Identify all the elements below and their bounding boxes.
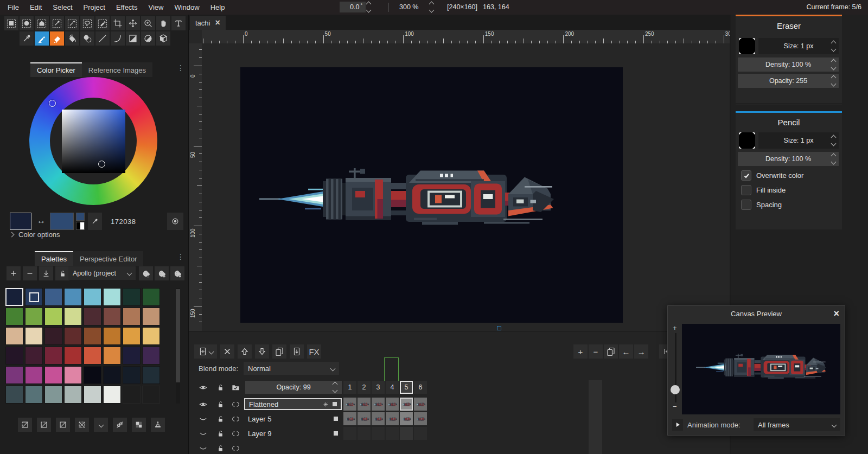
drawing-canvas[interactable] xyxy=(240,67,623,323)
cel[interactable] xyxy=(400,398,413,411)
menu-item-select[interactable]: Select xyxy=(47,3,78,11)
palette-panel-menu-icon[interactable]: ⋮ xyxy=(177,252,184,261)
layer-name-layer9[interactable]: Layer 9 xyxy=(244,427,342,439)
rectangle-button[interactable] xyxy=(126,31,140,46)
cel[interactable] xyxy=(386,398,399,411)
palette-swatch[interactable] xyxy=(64,347,82,365)
animation-tag[interactable] xyxy=(384,357,399,383)
eraser-size-field[interactable]: Size: 1 px xyxy=(758,38,839,54)
palette-swatch[interactable] xyxy=(44,386,62,404)
lay er-opacity-field[interactable]: Opacity: 99 xyxy=(245,381,342,394)
palette-swatch[interactable] xyxy=(84,308,101,325)
cel[interactable] xyxy=(386,412,399,425)
opacity-stepper[interactable] xyxy=(832,76,835,86)
overwrite-color-checkbox[interactable]: Overwrite color xyxy=(741,170,803,181)
shading-button[interactable] xyxy=(80,31,94,46)
checkbox-icon[interactable] xyxy=(741,200,751,210)
layer-name-layer5[interactable]: Layer 5 xyxy=(244,413,342,425)
tab-reference-images[interactable]: Reference Images xyxy=(82,62,152,77)
mirror-xy-button[interactable] xyxy=(75,418,89,432)
line-button[interactable] xyxy=(95,31,110,46)
palette-swatch[interactable] xyxy=(123,347,141,365)
clone-button[interactable] xyxy=(272,344,286,359)
palette-swatch[interactable] xyxy=(25,327,43,345)
polygon-select-button[interactable] xyxy=(35,16,49,30)
menu-item-help[interactable]: Help xyxy=(205,3,231,11)
palette-swatch[interactable] xyxy=(123,327,141,345)
color-select-button[interactable] xyxy=(50,16,64,30)
palette-swatch[interactable] xyxy=(44,366,62,384)
palette-swatch[interactable] xyxy=(64,386,82,404)
menu-item-view[interactable]: View xyxy=(143,3,169,11)
rotation-stepper[interactable] xyxy=(367,2,371,12)
layer-visibility-button[interactable] xyxy=(196,427,209,439)
crop-button[interactable] xyxy=(111,16,125,30)
palette-edit-button[interactable] xyxy=(139,266,153,280)
pencil-button[interactable] xyxy=(35,31,49,46)
ellipse-button[interactable] xyxy=(141,31,155,46)
chevron-down-button[interactable] xyxy=(94,418,108,432)
frame-number-3[interactable]: 3 xyxy=(372,381,385,394)
density-stepper[interactable] xyxy=(832,60,835,69)
sv-selector-dot[interactable] xyxy=(98,161,105,168)
select-by-drawing-button[interactable] xyxy=(95,16,110,30)
density-stepper[interactable] xyxy=(832,154,835,164)
merge-down-button[interactable] xyxy=(290,344,304,359)
preview-zoom-thumb[interactable] xyxy=(671,385,680,394)
menu-item-project[interactable]: Project xyxy=(78,3,111,11)
palette-scrollbar-thumb[interactable] xyxy=(176,289,180,382)
eraser-opacity-field[interactable]: Opacity: 255 xyxy=(738,74,839,88)
cel[interactable] xyxy=(372,427,385,440)
spacing-checkbox[interactable]: Spacing xyxy=(741,200,782,210)
preview-zoom-out[interactable]: − xyxy=(673,402,677,411)
size-stepper[interactable] xyxy=(832,41,835,51)
frame-number-2[interactable]: 2 xyxy=(358,381,371,394)
palette-swatch[interactable] xyxy=(103,327,121,345)
layer-lock-button[interactable] xyxy=(214,442,227,454)
palette-swatch[interactable] xyxy=(142,347,160,365)
pan-button[interactable] xyxy=(156,16,170,30)
palette-swatch[interactable] xyxy=(103,288,121,306)
menu-item-window[interactable]: Window xyxy=(169,3,205,11)
size-stepper[interactable] xyxy=(832,136,835,145)
palette-swatch[interactable] xyxy=(84,366,101,384)
menu-item-effects[interactable]: Effects xyxy=(111,3,143,11)
layer-lock-button[interactable] xyxy=(214,413,227,425)
palette-swatch[interactable] xyxy=(44,288,62,306)
cel[interactable] xyxy=(400,412,413,425)
palette-swatch[interactable] xyxy=(5,288,23,306)
palette-new-button[interactable] xyxy=(155,266,169,280)
palette-swatch[interactable] xyxy=(64,288,82,306)
palette-swatch[interactable] xyxy=(123,366,141,384)
palette-swatch[interactable] xyxy=(123,308,141,325)
cel[interactable] xyxy=(414,398,427,411)
palette-swatch[interactable] xyxy=(5,386,23,404)
zoom-stepper[interactable] xyxy=(430,2,433,12)
mirror-h-button[interactable] xyxy=(18,418,32,432)
cel[interactable] xyxy=(358,398,371,411)
arrowR-button[interactable]: → xyxy=(634,344,648,359)
padlock-open-button[interactable] xyxy=(55,266,69,280)
cel[interactable] xyxy=(343,398,356,411)
horizontal-ruler[interactable]: 050100150200250300 xyxy=(202,30,730,43)
mini-color-swatch[interactable] xyxy=(76,213,85,221)
x-cross-button[interactable] xyxy=(220,344,234,359)
animation-mode-dropdown[interactable]: All frames xyxy=(754,418,840,431)
palette-swatch[interactable] xyxy=(142,327,160,345)
palette-export-button[interactable] xyxy=(170,266,184,280)
color-panel-menu-icon[interactable]: ⋮ xyxy=(177,63,184,72)
palette-swatch[interactable] xyxy=(84,386,101,404)
default-colors-swatch[interactable] xyxy=(76,222,85,230)
bucket-button[interactable] xyxy=(65,31,79,46)
palette-swatch[interactable] xyxy=(25,288,43,306)
expand-layers-button[interactable] xyxy=(229,381,242,393)
link-cels-button[interactable] xyxy=(229,398,242,410)
frame-number-1[interactable]: 1 xyxy=(343,381,356,394)
arrow-up-big-button[interactable] xyxy=(238,344,252,359)
palette-select-dropdown[interactable]: Apollo (project xyxy=(68,266,136,280)
close-icon[interactable]: × xyxy=(833,308,839,319)
layer-effects-icon[interactable] xyxy=(322,401,329,408)
pencil-density-field[interactable]: Density: 100 % xyxy=(738,152,839,166)
color-options-expander[interactable]: Color options xyxy=(10,231,60,239)
tab-color-picker[interactable]: Color Picker xyxy=(30,62,82,77)
